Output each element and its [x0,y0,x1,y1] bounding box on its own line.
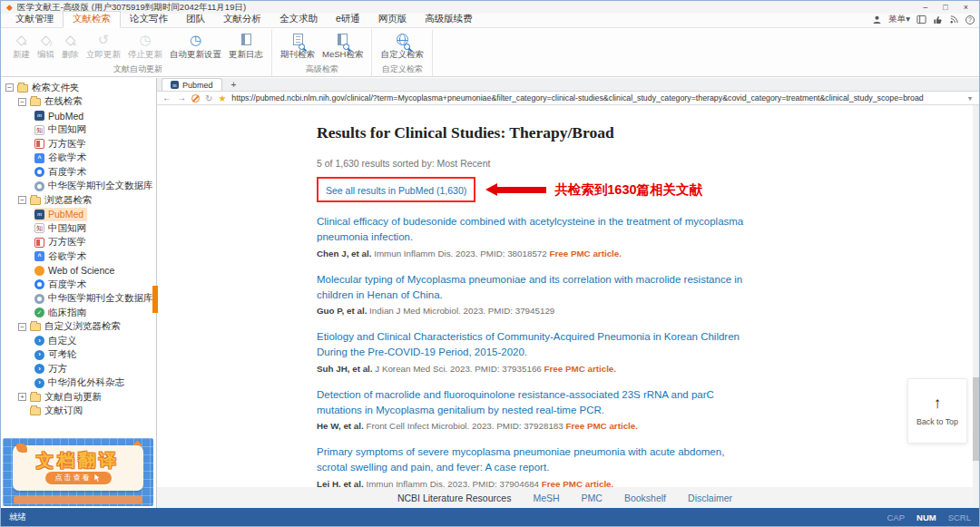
embedded-browser: Pubmed + ← → ↻ ★ ▾ Results for Clinical … [157,78,979,508]
ribbon-group-label: 高级检索 [277,61,367,77]
banner-view-button[interactable]: 点击查看 [45,472,112,484]
tree-item-google-scholar-online[interactable]: 谷歌学术 [34,151,90,166]
article-title-link[interactable]: Detection of macrolide and fluoroquinolo… [317,387,756,419]
url-input[interactable] [231,93,963,102]
tree-item-subscriptions[interactable]: 文献订阅 [18,405,86,419]
new-button[interactable]: +新建 [9,29,34,61]
tab-wenxianjiansuo[interactable]: 文献检索 [63,11,121,28]
footer-link-pmc[interactable]: PMC [582,493,603,503]
auto-update-settings-button[interactable]: 自动更新设置 [166,29,225,61]
tree-item-custom-browser-search[interactable]: 自定义浏览器检索 [18,320,124,335]
update-now-button[interactable]: 立即更新 [83,29,124,61]
tree-item-pubmed-browser[interactable]: PubMed [34,208,87,222]
close-button[interactable]: × [964,3,968,12]
url-dropdown-icon[interactable]: ▾ [968,94,974,102]
google-scholar-icon [34,251,44,261]
tree-item-web-of-science[interactable]: Web of Science [34,264,118,278]
back-icon[interactable]: ← [162,93,172,102]
article-source: Immun Inflamm Dis. 2023. PMID: 38018572 [374,249,547,259]
thumbs-up-icon[interactable] [933,15,943,24]
delete-icon: × [65,30,76,49]
pubmed-results-page: Results for Clinical Studies: Therapy/Br… [317,105,756,508]
tree-collapse-icon[interactable] [18,323,26,331]
refresh-icon[interactable]: ↻ [205,93,212,103]
custom-search-button[interactable]: 自定义检索 [377,29,427,61]
tree-item-baidu-scholar-online[interactable]: 百度学术 [34,165,90,180]
see-all-results-link[interactable]: See all results in PubMed (1,630) [326,185,466,196]
delete-button[interactable]: ×删除 [58,29,83,61]
tree-item-clinical-guidelines[interactable]: 临床指南 [34,306,90,320]
tree-item-cma-journals-online[interactable]: 中华医学期刊全文数据库 [34,180,157,194]
tree-item-cnki-browser[interactable]: 中国知网 [34,221,90,236]
article-title-link[interactable]: Primary symptoms of severe mycoplasma pn… [317,444,756,476]
tree-item-pubmed-online[interactable]: PubMed [34,109,87,123]
footer-label: NCBI Literature Resources [397,493,511,503]
tree-item-wanfang-browser[interactable]: 万方医学 [34,236,90,250]
tree-item-kekaolun[interactable]: 可考轮 [34,348,81,363]
see-all-row: See all results in PubMed (1,630) 共检索到16… [317,177,756,202]
edit-button[interactable]: /编辑 [34,29,58,61]
maximize-button[interactable]: □ [943,3,947,12]
tree-item-custom[interactable]: 自定义 [34,334,81,348]
ribbon-group-label: 文献自动更新 [9,61,267,77]
user-icon[interactable] [872,15,882,24]
tab-tuandui[interactable]: 团队 [177,12,214,27]
tree-item-auto-update[interactable]: 文献自动更新 [18,390,105,405]
tab-lunwenxiezuo[interactable]: 论文写作 [121,12,177,27]
tree-item-digestive-surgery-journal[interactable]: 中华消化外科杂志 [34,376,128,391]
tab-eyantong[interactable]: e研通 [327,12,369,27]
new-tab-button[interactable]: + [227,80,241,91]
baidu-scholar-icon [34,167,44,177]
article-result: Detection of macrolide and fluoroquinolo… [317,387,756,432]
tree-item-cma-journals-browser[interactable]: 中华医学期刊全文数据库 [34,292,157,307]
forward-icon[interactable]: → [177,93,186,102]
tab-gaojibanxufei[interactable]: 高级版续费 [416,12,482,27]
article-title-link[interactable]: Etiology and Clinical Characteristics of… [317,329,756,361]
tree-expand-icon[interactable] [18,393,26,401]
panel-icon[interactable] [916,15,926,24]
cma-journal-icon [34,294,44,304]
footer-link-disclaimer[interactable]: Disclaimer [688,493,732,503]
tree-item-wanfang-online[interactable]: 万方医学 [34,137,90,151]
tab-quanwenqiuzhu[interactable]: 全文求助 [270,12,327,27]
journal-search-icon [293,30,303,49]
tree-collapse-icon[interactable] [18,196,26,204]
tree-item-google-scholar-browser[interactable]: 谷歌学术 [34,249,90,264]
document-translate-banner[interactable]: 文档翻译 点击查看 [3,438,153,506]
tab-wenxianfenxi[interactable]: 文献分析 [214,12,270,27]
cnki-icon [34,223,44,233]
article-title-link[interactable]: Clinical efficacy of budesonide combined… [317,214,756,246]
tree-collapse-icon[interactable] [5,83,14,92]
bookmark-star-icon[interactable]: ★ [218,93,226,103]
browser-tab-pubmed[interactable]: Pubmed [162,78,222,91]
tree-item-search-folders[interactable]: 检索文件夹 [5,81,83,95]
rss-icon[interactable] [949,15,959,24]
new-icon: + [16,30,27,49]
mesh-search-button[interactable]: MeSH检索 [318,29,367,61]
scrollbar-thumb[interactable] [973,377,979,461]
menu-button[interactable]: 菜单▾ [888,14,910,25]
tree-item-online-search[interactable]: 在线检索 [18,95,86,110]
tree-item-wanfang-custom[interactable]: 万方 [34,362,71,376]
update-log-button[interactable]: 更新日志 [225,29,267,61]
article-title-link[interactable]: Molecular typing of Mycoplasma pneumonia… [317,272,756,304]
tab-wenxianguanli[interactable]: 文献管理 [6,12,63,27]
status-scrl: SCRL [948,512,971,522]
tree-item-baidu-scholar-browser[interactable]: 百度学术 [34,278,90,292]
footer-link-bookshelf[interactable]: Bookshelf [624,493,666,503]
panel-splitter-handle[interactable] [152,286,158,313]
stop-icon[interactable] [191,94,200,102]
tab-wangyeban[interactable]: 网页版 [369,12,416,27]
help-icon[interactable] [965,15,975,24]
stop-update-button[interactable]: 停止更新 [124,29,166,61]
journal-search-button[interactable]: 期刊检索 [277,29,318,61]
browser-viewport: Results for Clinical Studies: Therapy/Br… [157,105,979,508]
tree-item-cnki-online[interactable]: 中国知网 [34,123,90,138]
footer-link-mesh[interactable]: MeSH [533,493,559,503]
vertical-scrollbar[interactable] [973,105,979,508]
custom-site-icon [34,364,44,374]
minimize-button[interactable]: – [923,3,927,12]
back-to-top-button[interactable]: ↑ Back to Top [908,379,966,443]
tree-item-browser-search[interactable]: 浏览器检索 [18,193,96,208]
tree-collapse-icon[interactable] [18,98,26,106]
